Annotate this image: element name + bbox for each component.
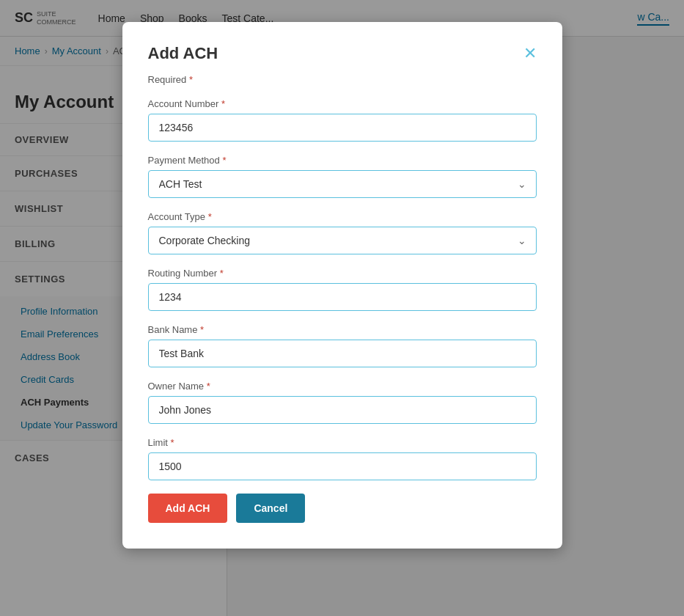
required-asterisk: * [189, 74, 193, 85]
owner-name-group: Owner Name * [148, 381, 537, 424]
payment-method-group: Payment Method * ACH Test ACH Live ⌄ [148, 155, 537, 198]
account-number-input[interactable] [148, 114, 537, 142]
routing-number-input[interactable] [148, 283, 537, 311]
owner-name-label: Owner Name * [148, 381, 537, 392]
payment-method-select[interactable]: ACH Test ACH Live [148, 170, 537, 198]
modal-overlay: Add ACH ✕ Required * Account Number * Pa… [0, 0, 684, 616]
account-type-select[interactable]: Corporate Checking Personal Checking Cor… [148, 227, 537, 254]
account-type-select-wrapper: Corporate Checking Personal Checking Cor… [148, 227, 537, 254]
account-type-group: Account Type * Corporate Checking Person… [148, 211, 537, 254]
routing-number-label: Routing Number * [148, 268, 537, 279]
account-type-label: Account Type * [148, 211, 537, 222]
account-number-group: Account Number * [148, 98, 537, 142]
close-button[interactable]: ✕ [523, 45, 537, 62]
add-ach-button[interactable]: Add ACH [148, 494, 228, 523]
modal-actions: Add ACH Cancel [148, 494, 537, 523]
modal-header: Add ACH ✕ [148, 44, 537, 63]
modal-title: Add ACH [148, 44, 218, 63]
bank-name-label: Bank Name * [148, 324, 537, 335]
payment-method-select-wrapper: ACH Test ACH Live ⌄ [148, 170, 537, 198]
limit-group: Limit * [148, 437, 537, 480]
bank-name-group: Bank Name * [148, 324, 537, 367]
cancel-button[interactable]: Cancel [236, 494, 305, 523]
account-number-label: Account Number * [148, 98, 537, 109]
limit-label: Limit * [148, 437, 537, 448]
add-ach-modal: Add ACH ✕ Required * Account Number * Pa… [122, 22, 562, 549]
required-note: Required * [148, 74, 537, 85]
payment-method-label: Payment Method * [148, 155, 537, 166]
owner-name-input[interactable] [148, 396, 537, 424]
bank-name-input[interactable] [148, 340, 537, 367]
limit-input[interactable] [148, 452, 537, 480]
routing-number-group: Routing Number * [148, 268, 537, 311]
